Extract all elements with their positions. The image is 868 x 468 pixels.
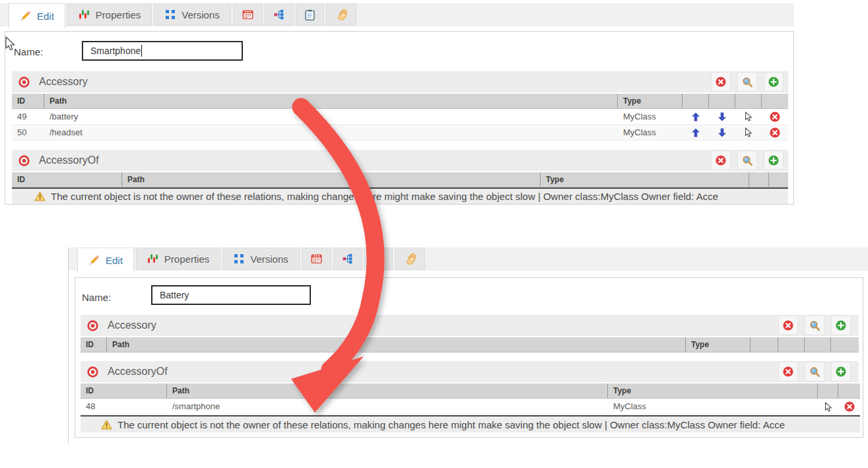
cell-id: 49 bbox=[12, 109, 44, 124]
owner-warning: The current object is not the owner of t… bbox=[81, 415, 860, 432]
tab-versions[interactable]: Versions bbox=[222, 248, 300, 270]
properties-icon bbox=[147, 253, 158, 264]
add-button[interactable] bbox=[764, 72, 784, 92]
col-type: Type bbox=[686, 337, 751, 352]
col-id: ID bbox=[12, 94, 44, 108]
tab-properties-label: Properties bbox=[164, 253, 209, 265]
search-icon bbox=[742, 77, 753, 88]
warning-text: The current object is not the owner of t… bbox=[51, 191, 718, 202]
cell-type: MyClass bbox=[618, 109, 683, 124]
remove-all-button[interactable] bbox=[711, 72, 731, 92]
tab-versions-label: Versions bbox=[250, 253, 288, 265]
tab-tags[interactable] bbox=[326, 3, 356, 26]
relation-bullseye-icon bbox=[18, 77, 30, 88]
cell-path: /battery bbox=[44, 109, 618, 124]
cell-id: 48 bbox=[81, 399, 167, 415]
add-button[interactable] bbox=[831, 316, 851, 335]
name-input[interactable]: Battery bbox=[151, 285, 311, 305]
tab-properties[interactable]: Properties bbox=[136, 248, 220, 270]
tab-dependencies[interactable] bbox=[265, 3, 294, 26]
relation-bullseye-icon bbox=[18, 155, 30, 166]
search-button[interactable] bbox=[805, 362, 824, 382]
search-icon bbox=[809, 366, 820, 378]
add-icon bbox=[768, 155, 779, 166]
calendar-icon bbox=[311, 253, 322, 264]
cell-path: /headset bbox=[44, 125, 618, 140]
col-id: ID bbox=[81, 384, 167, 398]
tab-schedule[interactable] bbox=[233, 3, 263, 26]
move-up-icon[interactable] bbox=[691, 112, 700, 121]
table-row-smartphone[interactable]: 48 /smartphone MyClass bbox=[81, 399, 860, 415]
warning-text: The current object is not the owner of t… bbox=[117, 419, 785, 430]
remove-row-icon[interactable] bbox=[844, 401, 855, 412]
add-icon bbox=[768, 77, 779, 87]
edit-panel-battery: Name: Battery Accessory ID Path Type Acc… bbox=[75, 277, 863, 438]
relation-bullseye-icon bbox=[87, 366, 98, 378]
col-type: Type bbox=[541, 172, 749, 187]
accessory-table-header: ID Path Type bbox=[12, 94, 788, 109]
remove-all-icon bbox=[783, 366, 793, 377]
accessory-of-table-header: ID Path Type bbox=[81, 384, 860, 399]
section-title: AccessoryOf bbox=[108, 366, 168, 378]
dependencies-icon bbox=[343, 253, 353, 264]
remove-row-icon[interactable] bbox=[770, 127, 780, 138]
search-button[interactable] bbox=[737, 72, 757, 92]
tab-versions[interactable]: Versions bbox=[154, 3, 231, 26]
remove-all-icon bbox=[716, 155, 726, 166]
tab-schedule[interactable] bbox=[302, 248, 331, 270]
name-input[interactable]: Smartphone bbox=[82, 41, 243, 61]
open-pointer-icon[interactable] bbox=[824, 402, 832, 412]
tab-tags[interactable] bbox=[395, 248, 425, 270]
section-accessory: Accessory bbox=[12, 71, 788, 92]
remove-all-button[interactable] bbox=[778, 316, 798, 335]
tab-edit-label: Edit bbox=[106, 255, 123, 266]
tag-icon bbox=[335, 9, 347, 20]
remove-row-icon[interactable] bbox=[770, 112, 780, 122]
name-value: Battery bbox=[160, 290, 189, 300]
section-accessory-of: AccessoryOf bbox=[81, 361, 859, 382]
accessory-of-table-header: ID Path Type bbox=[12, 172, 788, 187]
tab-notes[interactable] bbox=[296, 3, 324, 26]
section-title: AccessoryOf bbox=[39, 154, 99, 166]
tab-properties[interactable]: Properties bbox=[67, 3, 152, 26]
cell-type: MyClass bbox=[608, 399, 818, 415]
table-row-headset[interactable]: 50 /headset MyClass bbox=[12, 125, 788, 141]
mouse-pointer-icon bbox=[5, 36, 18, 52]
name-value: Smartphone bbox=[90, 46, 141, 56]
open-pointer-icon[interactable] bbox=[745, 112, 752, 121]
warning-icon bbox=[101, 420, 112, 430]
remove-all-button[interactable] bbox=[711, 150, 731, 170]
screen: Edit Properties Versions Name: Smartphon… bbox=[0, 0, 868, 468]
move-up-icon[interactable] bbox=[691, 128, 700, 137]
col-path: Path bbox=[122, 172, 541, 187]
tab-versions-label: Versions bbox=[182, 9, 220, 20]
tab-bar-smartphone: Edit Properties Versions bbox=[0, 3, 794, 26]
section-accessory-of: AccessoryOf bbox=[12, 150, 788, 171]
panel-border bbox=[68, 248, 69, 444]
remove-all-icon bbox=[783, 320, 793, 331]
col-type: Type bbox=[618, 94, 683, 108]
tab-dependencies[interactable] bbox=[333, 248, 362, 270]
add-button[interactable] bbox=[764, 150, 784, 170]
move-down-icon[interactable] bbox=[718, 128, 727, 137]
remove-all-button[interactable] bbox=[778, 362, 798, 382]
clipboard-icon bbox=[374, 253, 384, 265]
tab-edit[interactable]: Edit bbox=[77, 248, 134, 273]
tab-edit[interactable]: Edit bbox=[9, 3, 65, 28]
open-pointer-icon[interactable] bbox=[745, 127, 752, 137]
move-down-icon[interactable] bbox=[718, 112, 727, 121]
table-row-battery[interactable]: 49 /battery MyClass bbox=[12, 109, 788, 125]
col-path: Path bbox=[167, 384, 608, 398]
tab-bar-battery: Edit Properties Versions bbox=[69, 248, 868, 271]
tab-properties-label: Properties bbox=[96, 9, 141, 20]
col-id: ID bbox=[81, 337, 107, 352]
tag-icon bbox=[404, 253, 416, 265]
search-button[interactable] bbox=[805, 316, 824, 335]
section-accessory: Accessory bbox=[81, 315, 859, 336]
tab-notes[interactable] bbox=[364, 248, 393, 270]
text-caret bbox=[141, 45, 142, 57]
warning-icon bbox=[34, 191, 46, 201]
search-button[interactable] bbox=[737, 150, 757, 170]
col-id: ID bbox=[12, 172, 122, 187]
add-button[interactable] bbox=[831, 362, 851, 382]
